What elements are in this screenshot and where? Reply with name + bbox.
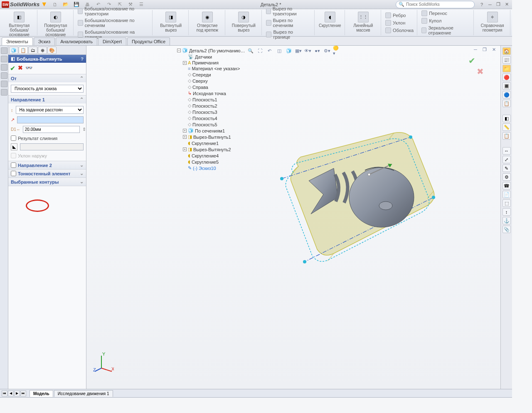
doc-minimize-icon[interactable]: ─ — [471, 46, 480, 53]
pm-tab-feature[interactable]: 🧊 — [9, 47, 18, 54]
prev-view-icon[interactable]: ↶ — [266, 47, 274, 54]
spinner-icon[interactable]: ⇕ — [82, 127, 86, 132]
lofted-boss-button[interactable]: Бобышка/основание по сечениям — [77, 17, 150, 28]
tab-motion-study[interactable]: Исследование движения 1 — [54, 390, 113, 397]
rail-icon[interactable] — [1, 56, 7, 62]
direction-arrow-icon[interactable]: ↗ — [11, 117, 15, 123]
tree-plane-front[interactable]: ◇Спереди — [177, 71, 253, 78]
tp-tool-icon[interactable]: ⚙ — [502, 173, 511, 181]
tree-annotations[interactable]: +AПримечания — [177, 60, 253, 66]
hole-wizard-button[interactable]: ◉Отверстие под крепеж — [192, 11, 222, 33]
tree-sketch10[interactable]: ✎(-) Эскиз10 — [177, 165, 253, 171]
tp-tool-icon[interactable]: ↔ — [502, 147, 511, 155]
tree-plane-top[interactable]: ◇Сверху — [177, 78, 253, 84]
tree-plane-right[interactable]: ◇Справа — [177, 84, 253, 90]
help-icon[interactable]: ? — [478, 1, 485, 8]
doc-restore-icon[interactable]: ❐ — [480, 46, 489, 53]
tab-model[interactable]: Модель — [30, 390, 53, 397]
revolved-boss-button[interactable]: ◐Повернутая бобышка/основание — [41, 11, 71, 38]
boundary-cut-button[interactable]: Вырез по границе — [265, 29, 312, 40]
section-direction1[interactable]: Направление 1⌃ — [8, 96, 86, 103]
tp-resources-icon[interactable]: 📰 — [502, 56, 511, 64]
tab-analyze[interactable]: Анализировать — [56, 37, 97, 45]
shell-button[interactable]: Оболочка — [384, 27, 414, 34]
cancel-button[interactable]: ✖ — [18, 64, 23, 72]
rail-icon[interactable] — [1, 81, 7, 87]
pm-tab-dim[interactable]: ⊕ — [38, 47, 47, 54]
tree-plane1[interactable]: ◇Плоскость1 — [177, 96, 253, 103]
tree-fillet5[interactable]: ◖Скругление5 — [177, 159, 253, 165]
rail-icon[interactable] — [1, 47, 7, 54]
doc-close-icon[interactable]: ✕ — [490, 46, 498, 53]
wrap-button[interactable]: Перенос — [421, 10, 448, 17]
nav-first-icon[interactable]: ⏮ — [2, 391, 7, 396]
section-from[interactable]: От⌃ — [8, 74, 86, 82]
section-direction2[interactable]: Направление 2⌄ — [8, 161, 86, 169]
model-preview[interactable] — [269, 125, 440, 274]
tree-cut2[interactable]: +◨Вырез-Вытянуть2 — [177, 146, 253, 152]
tp-tool-icon[interactable]: 📎 — [502, 226, 511, 233]
ok-button[interactable]: ✔ — [10, 64, 15, 72]
search-input[interactable] — [406, 2, 472, 7]
tp-tool-icon[interactable]: ☎ — [502, 182, 511, 189]
zoom-area-icon[interactable]: ⛶ — [256, 47, 264, 54]
tp-tool-icon[interactable]: 📏 — [502, 123, 511, 131]
tab-elements[interactable]: Элементы — [2, 37, 33, 45]
tree-plane3[interactable]: ◇Плоскость3 — [177, 109, 253, 115]
lofted-cut-button[interactable]: Вырез по сечениям — [265, 17, 312, 28]
tree-material[interactable]: ≡Материал <не указан> — [177, 66, 253, 71]
from-select[interactable]: Плоскость для эскиза — [11, 85, 84, 93]
swept-boss-button[interactable]: Бобышка/основание по траектории — [77, 6, 150, 17]
nav-next-icon[interactable]: ▶ — [14, 391, 20, 396]
minimize-icon[interactable]: ─ — [486, 1, 494, 8]
tp-home-icon[interactable]: 🏠 — [502, 47, 511, 55]
tp-tool-icon[interactable]: ◧ — [502, 115, 511, 122]
tp-tool-icon[interactable]: 📋 — [502, 132, 511, 140]
close-icon[interactable]: ✕ — [503, 1, 510, 8]
draft-outward-checkbox[interactable]: Уклон наружу — [11, 153, 84, 158]
tp-explorer-icon[interactable]: 🔴 — [502, 74, 511, 81]
pm-tab-config[interactable]: 🗂 — [28, 47, 37, 54]
view-orient-icon[interactable]: 🧊 — [285, 47, 293, 54]
tree-loft1[interactable]: +🧊По сечениям1 — [177, 128, 253, 134]
restore-icon[interactable]: ❐ — [495, 1, 502, 8]
tree-origin[interactable]: ↳Исходная точка — [177, 90, 253, 96]
tp-tool-icon[interactable]: ⬚ — [502, 199, 511, 207]
merge-result-checkbox[interactable]: Результат слияния — [11, 135, 84, 141]
tree-fillet4[interactable]: ◖Скругление4 — [177, 152, 253, 159]
tp-tool-icon[interactable]: 📄 — [502, 191, 511, 198]
depth-input[interactable] — [23, 126, 80, 133]
tab-dimxpert[interactable]: DimXpert — [98, 37, 126, 45]
extruded-cut-button[interactable]: ◨Вытянутый вырез — [156, 11, 186, 33]
tree-root[interactable]: −🧊Деталь2 (По умолчанию… — [177, 47, 253, 54]
tp-tool-icon[interactable]: ⤢ — [502, 156, 511, 163]
view-setting-icon[interactable]: ⚙▾ — [323, 47, 331, 54]
mirror-button[interactable]: Зеркальное отражение — [421, 25, 471, 36]
tab-office[interactable]: Продукты Office — [127, 37, 170, 45]
draft-input[interactable] — [20, 143, 84, 150]
rail-icon[interactable] — [1, 89, 7, 96]
tp-library-icon[interactable]: 📁 — [502, 65, 511, 72]
section-contours[interactable]: Выбранные контуры⌄ — [8, 178, 86, 186]
appearance-icon[interactable]: 🟡▾ — [332, 47, 341, 54]
hide-show-icon[interactable]: 👁▾ — [304, 47, 312, 54]
tab-sketch[interactable]: Эскиз — [34, 37, 55, 45]
open-icon[interactable]: 📂 — [61, 1, 70, 8]
fillet-button[interactable]: ◖Скругление — [318, 11, 342, 29]
pm-tab-display[interactable]: 🎨 — [47, 47, 57, 54]
section-thin[interactable]: Тонкостенный элемент⌄ — [8, 170, 86, 177]
confirm-ok-icon[interactable]: ✔ — [468, 56, 475, 66]
rail-icon[interactable] — [1, 72, 7, 79]
tp-tool-icon[interactable]: ↕ — [502, 208, 511, 216]
tree-fillet1[interactable]: ◖Скругление1 — [177, 140, 253, 146]
rib-button[interactable]: Ребро — [384, 12, 406, 19]
tp-view-icon[interactable]: 🔳 — [502, 82, 511, 90]
tp-custom-icon[interactable]: 📋 — [502, 100, 511, 107]
tree-plane5[interactable]: ◇Плоскость5 — [177, 121, 253, 128]
swept-cut-button[interactable]: Вырез по траектории — [265, 6, 312, 17]
confirm-cancel-icon[interactable]: ✖ — [477, 66, 484, 76]
direction-input[interactable] — [17, 116, 84, 123]
tp-tool-icon[interactable]: ✎ — [502, 165, 511, 172]
display-style-icon[interactable]: ▦▾ — [294, 47, 303, 54]
linear-pattern-button[interactable]: ⋮⋮Линейный массив — [348, 11, 379, 33]
